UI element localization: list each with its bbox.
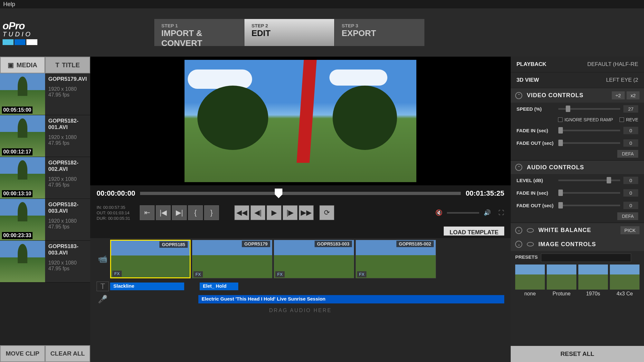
audio-clip[interactable]: Electric Guest 'This Head I Hold' Live S… (198, 295, 504, 303)
fullscreen-icon[interactable]: ⛶ (498, 209, 504, 216)
afadein-slider[interactable] (558, 192, 620, 194)
timeline-clip[interactable]: GOPR5179FX (192, 240, 272, 278)
ignore-ramp-checkbox[interactable]: IGNORE SPEED RAMP (558, 117, 613, 122)
clear-all-button[interactable]: CLEAR ALL (45, 345, 90, 362)
title-icon: T (55, 61, 59, 69)
video-track-icon: 📹 (97, 255, 109, 264)
timecode-end: 00:01:35:25 (466, 189, 504, 198)
preview-frame (185, 60, 416, 182)
timecode-current: 00:00:00:00 (97, 189, 135, 198)
step-import[interactable]: STEP 1IMPORT & CONVERT (154, 19, 244, 46)
speed-slider[interactable] (558, 108, 620, 110)
preset-input[interactable] (541, 254, 631, 262)
fadein-slider[interactable] (558, 130, 620, 131)
controls-panel: PLAYBACKDEFAULT (HALF-RE 3D VIEWLEFT EYE… (511, 57, 644, 362)
video-default-button[interactable]: DEFA (617, 150, 638, 158)
3dview-label: 3D VIEW (516, 77, 539, 83)
tab-media[interactable]: ▣MEDIA (0, 57, 45, 73)
3dview-value[interactable]: LEFT EYE (2 (606, 77, 638, 83)
playback-value[interactable]: DEFAULT (HALF-RE (587, 61, 638, 68)
frame-fwd-button[interactable]: |▶ (283, 205, 298, 220)
timeline-clip[interactable]: GOPR5185FX (110, 240, 191, 278)
white-balance-header[interactable]: ⌄WHITE BALANCEPICK (511, 223, 644, 237)
video-controls-panel: ⌃VIDEO CONTROLS ÷2x2 SPEED (%)27 IGNORE … (511, 88, 644, 161)
play-button[interactable]: ▶ (267, 205, 281, 220)
playback-label: PLAYBACK (516, 61, 546, 68)
loop-button[interactable]: ⟳ (319, 205, 334, 220)
speed-value[interactable]: 27 (623, 105, 638, 113)
afadeout-slider[interactable] (558, 205, 620, 206)
eye-icon (527, 228, 534, 233)
presets-section: PRESETS none Protune 1970s 4x3 Ce (511, 251, 644, 301)
fast-fwd-button[interactable]: ▶▶ (299, 205, 314, 220)
tab-title[interactable]: TTITLE (45, 57, 90, 73)
volume-icon[interactable]: 🔊 (484, 209, 491, 216)
pick-button[interactable]: PICK (620, 226, 639, 234)
editor-center: 00:00:00:00 00:01:35:25 IN: 00:00:57:35O… (90, 57, 511, 362)
menu-help[interactable]: Help (3, 1, 15, 7)
media-panel: ▣MEDIA TTITLE 00:05:15:00GOPR5179.AVI192… (0, 57, 90, 362)
title-clip[interactable]: Slackline (110, 283, 184, 290)
split-right-button[interactable]: } (204, 205, 219, 220)
goto-start-button[interactable]: |◀ (156, 205, 171, 220)
in-out-display: IN: 00:00:57:35OUT: 00:01:03:14DUR: 00:0… (97, 205, 138, 221)
mark-in-button[interactable]: ⇤ (140, 205, 155, 220)
clip-item[interactable]: 00:00:12:17GOPR5182-001.AVI1920 x 108047… (0, 115, 90, 157)
clip-item[interactable]: 00:00:23:33GOPR5182-003.AVI1920 x 108047… (0, 199, 90, 241)
audio-default-button[interactable]: DEFA (617, 212, 638, 220)
preset-item[interactable]: 1970s (578, 265, 608, 298)
step-export[interactable]: STEP 3EXPORT (334, 19, 424, 46)
preset-item[interactable]: 4x3 Ce (610, 265, 639, 298)
clip-bin: 00:05:15:00GOPR5179.AVI1920 x 108047.95 … (0, 73, 90, 345)
app-logo: oProTUDIO (3, 20, 51, 45)
half-speed-button[interactable]: ÷2 (612, 91, 625, 99)
collapse-icon[interactable]: ⌃ (515, 92, 522, 99)
audio-controls-panel: ⌃AUDIO CONTROLS LEVEL (dB)0 FADE IN (sec… (511, 161, 644, 223)
menubar: Help (0, 0, 644, 8)
mute-icon[interactable]: 🔇 (435, 209, 442, 216)
preview-monitor (90, 57, 511, 185)
fadeout-slider[interactable] (558, 142, 620, 144)
double-speed-button[interactable]: x2 (627, 91, 639, 99)
drag-audio-hint: DRAG AUDIO HERE (97, 306, 504, 315)
timeline-clip[interactable]: GOPR5185-002FX (355, 240, 436, 278)
remove-clip-button[interactable]: MOVE CLIP (0, 345, 45, 362)
clip-item[interactable]: 00:05:15:00GOPR5179.AVI1920 x 108047.95 … (0, 73, 90, 115)
title-track-icon: T (97, 282, 109, 291)
volume-slider[interactable] (447, 212, 479, 214)
split-left-button[interactable]: { (188, 205, 203, 220)
title-clip[interactable]: Elet_ Hold (200, 283, 238, 290)
frame-back-button[interactable]: ◀| (251, 205, 265, 220)
workflow-steps: STEP 1IMPORT & CONVERT STEP 2EDIT STEP 3… (154, 19, 424, 46)
reverse-checkbox[interactable]: REVE (620, 117, 638, 122)
timeline: 📹 GOPR5185FX GOPR5179FX GOPR5183-003FX G… (90, 238, 511, 362)
topbar: oProTUDIO STEP 1IMPORT & CONVERT STEP 2E… (0, 8, 644, 57)
camera-icon: ▣ (8, 61, 14, 69)
audio-track-icon: 🎤 (97, 295, 109, 304)
load-template-button[interactable]: LOAD TEMPLATE (444, 227, 504, 236)
clip-item[interactable]: 00:00:13:10GOPR5182-002.AVI1920 x 108047… (0, 157, 90, 199)
goto-end-button[interactable]: ▶| (172, 205, 187, 220)
image-controls-header[interactable]: ⌄IMAGE CONTROLS (511, 237, 644, 251)
timeline-clip[interactable]: GOPR5183-003FX (274, 240, 354, 278)
scrub-bar[interactable] (140, 192, 461, 195)
collapse-icon[interactable]: ⌃ (515, 164, 522, 171)
eye-icon (527, 242, 534, 246)
reset-all-button[interactable]: RESET ALL (511, 346, 644, 362)
preset-item[interactable]: Protune (547, 265, 576, 298)
rewind-button[interactable]: ◀◀ (234, 205, 249, 220)
playhead[interactable] (275, 189, 282, 198)
clip-item[interactable]: GOPR5183-003.AVI1920 x 108047.95 fps (0, 241, 90, 283)
level-slider[interactable] (558, 180, 620, 181)
step-edit[interactable]: STEP 2EDIT (244, 19, 334, 46)
preset-item[interactable]: none (515, 265, 545, 298)
